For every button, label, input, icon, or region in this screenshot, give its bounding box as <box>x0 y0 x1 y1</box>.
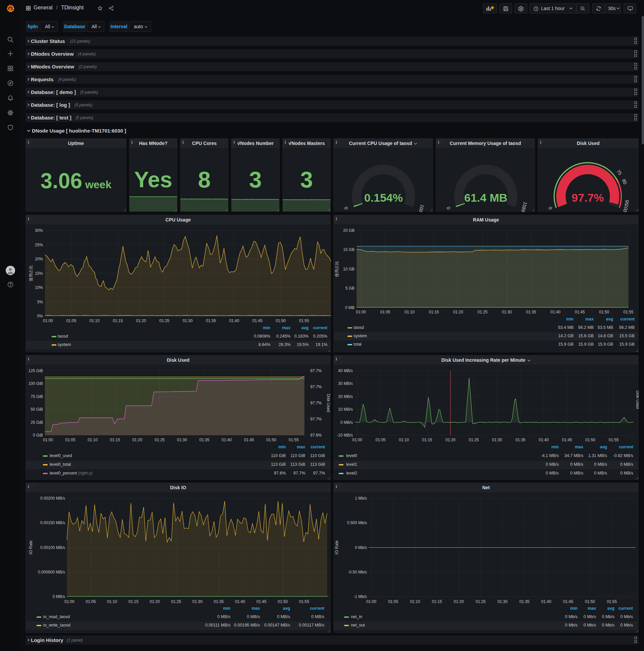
svg-text:100: 100 <box>418 204 425 212</box>
svg-text:01:10: 01:10 <box>88 438 98 442</box>
svg-text:50 GiB: 50 GiB <box>31 407 43 412</box>
svg-text:0.00150 MB/s: 0.00150 MB/s <box>40 521 65 525</box>
svg-text:Disk Used: Disk Used <box>326 394 331 412</box>
svg-text:01:25: 01:25 <box>159 318 169 323</box>
svg-text:0.500 Mb/s: 0.500 Mb/s <box>347 521 367 525</box>
svg-text:10%: 10% <box>35 285 43 290</box>
svg-text:0 MB/s: 0 MB/s <box>341 420 353 425</box>
svg-text:01:05: 01:05 <box>65 438 75 442</box>
svg-text:01:15: 01:15 <box>110 438 120 442</box>
svg-text:0: 0 <box>445 206 451 210</box>
svg-text:5 GB: 5 GB <box>346 286 355 290</box>
svg-text:01:20: 01:20 <box>454 599 464 604</box>
svg-text:01:40: 01:40 <box>539 438 549 442</box>
svg-text:20 GB: 20 GB <box>343 228 355 233</box>
svg-text:125 GiB: 125 GiB <box>29 368 43 373</box>
svg-text:01:25: 01:25 <box>476 599 486 604</box>
svg-text:01:15: 01:15 <box>422 438 432 442</box>
svg-text:0.154%: 0.154% <box>364 191 403 204</box>
svg-text:5%: 5% <box>37 300 43 304</box>
svg-text:-1 Mb/s: -1 Mb/s <box>354 594 367 599</box>
svg-text:01:25: 01:25 <box>469 438 479 442</box>
svg-text:80: 80 <box>621 178 628 185</box>
svg-text:01:55: 01:55 <box>608 438 618 442</box>
svg-text:01:35: 01:35 <box>199 438 209 442</box>
svg-text:30 MB/s: 30 MB/s <box>338 381 353 386</box>
svg-text:20%: 20% <box>35 257 43 261</box>
svg-text:01:20: 01:20 <box>445 438 455 442</box>
svg-text:0.000500 MB/s: 0.000500 MB/s <box>38 570 65 575</box>
svg-text:-0.50 Mb/s: -0.50 Mb/s <box>348 570 367 575</box>
svg-text:01:10: 01:10 <box>90 318 100 323</box>
svg-text:01:50: 01:50 <box>599 310 609 314</box>
svg-text:0 MB: 0 MB <box>345 305 355 310</box>
svg-text:15 GB: 15 GB <box>343 247 355 252</box>
svg-text:0 GiB: 0 GiB <box>33 433 43 438</box>
svg-text:01:45: 01:45 <box>256 599 266 604</box>
svg-text:0: 0 <box>547 206 553 210</box>
svg-text:97.7%: 97.7% <box>572 191 604 204</box>
svg-text:100: 100 <box>622 204 630 212</box>
svg-text:01:00: 01:00 <box>64 599 74 604</box>
svg-text:40 MB/s: 40 MB/s <box>338 368 353 373</box>
svg-text:0: 0 <box>343 206 349 210</box>
svg-text:01:00: 01:00 <box>352 438 362 442</box>
svg-text:01:10: 01:10 <box>399 438 409 442</box>
svg-text:01:30: 01:30 <box>497 599 508 604</box>
svg-text:01:10: 01:10 <box>405 310 415 314</box>
svg-text:01:00: 01:00 <box>43 318 53 323</box>
svg-text:IO Rate: IO Rate <box>334 540 339 555</box>
svg-text:01:15: 01:15 <box>128 599 138 604</box>
svg-text:97.6%: 97.6% <box>310 433 322 438</box>
svg-text:01:50: 01:50 <box>585 438 595 442</box>
svg-text:15%: 15% <box>35 271 43 276</box>
svg-text:01:20: 01:20 <box>132 438 142 442</box>
svg-text:25%: 25% <box>35 243 43 247</box>
svg-text:01:05: 01:05 <box>388 599 398 604</box>
svg-text:97.7%: 97.7% <box>310 417 322 422</box>
svg-text:01:45: 01:45 <box>244 438 254 442</box>
svg-text:01:30: 01:30 <box>193 599 202 604</box>
svg-text:IO Rate: IO Rate <box>29 540 33 555</box>
svg-text:01:10: 01:10 <box>410 599 420 604</box>
svg-text:25 GiB: 25 GiB <box>31 420 43 425</box>
svg-text:01:25: 01:25 <box>477 310 487 314</box>
svg-text:01:50: 01:50 <box>278 599 288 604</box>
svg-text:01:30: 01:30 <box>502 310 512 314</box>
svg-text:0 Mb/s: 0 Mb/s <box>355 545 367 550</box>
svg-text:01:40: 01:40 <box>235 599 245 604</box>
svg-text:01:05: 01:05 <box>380 310 390 314</box>
svg-text:0.00200 MB/s: 0.00200 MB/s <box>40 496 65 501</box>
svg-text:01:05: 01:05 <box>375 438 385 442</box>
svg-text:01:55: 01:55 <box>299 318 309 323</box>
svg-text:0 MB/s: 0 MB/s <box>53 594 65 599</box>
svg-text:01:55: 01:55 <box>607 599 617 604</box>
svg-text:01:30: 01:30 <box>492 438 502 442</box>
svg-text:01:20: 01:20 <box>453 310 463 314</box>
svg-text:20 MB/s: 20 MB/s <box>338 394 353 399</box>
svg-text:01:55: 01:55 <box>623 310 633 314</box>
svg-text:01:30: 01:30 <box>177 438 187 442</box>
svg-text:0.00100 MB/s: 0.00100 MB/s <box>40 545 65 550</box>
svg-text:30%: 30% <box>35 228 43 233</box>
svg-text:01:00: 01:00 <box>43 438 53 442</box>
svg-text:01:40: 01:40 <box>541 599 551 604</box>
svg-text:75: 75 <box>615 169 623 176</box>
svg-text:01:50: 01:50 <box>585 599 595 604</box>
svg-text:01:50: 01:50 <box>266 438 277 442</box>
svg-text:100 GiB: 100 GiB <box>29 381 43 386</box>
svg-text:01:25: 01:25 <box>155 438 165 442</box>
svg-text:01:20: 01:20 <box>136 318 146 323</box>
svg-text:01:45: 01:45 <box>575 310 585 314</box>
svg-text:-10 MB/s: -10 MB/s <box>337 433 353 438</box>
svg-text:01:25: 01:25 <box>171 599 181 604</box>
svg-text:01:00: 01:00 <box>356 310 366 314</box>
svg-text:01:15: 01:15 <box>432 599 442 604</box>
svg-text:10 MB/s: 10 MB/s <box>338 407 353 412</box>
svg-text:1 Mb/s: 1 Mb/s <box>355 496 367 501</box>
svg-text:01:50: 01:50 <box>276 318 286 323</box>
svg-text:01:35: 01:35 <box>214 599 224 604</box>
svg-text:97.7%: 97.7% <box>310 384 322 389</box>
svg-text:01:05: 01:05 <box>66 318 76 323</box>
svg-text:Disk Used: Disk Used <box>635 391 639 409</box>
